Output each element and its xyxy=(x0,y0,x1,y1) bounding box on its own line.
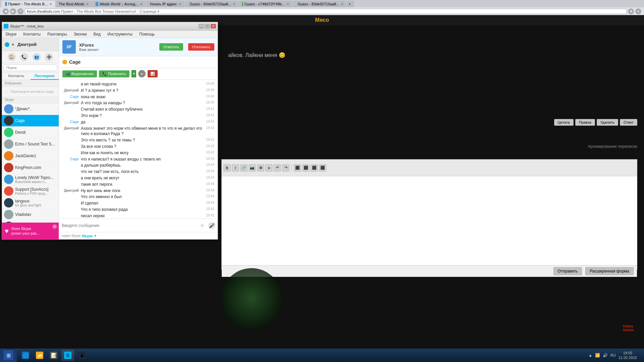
toolbar-align-left[interactable]: ⬛ xyxy=(294,164,301,172)
taskbar-steam[interactable]: ♟ xyxy=(75,350,88,361)
new-tab-btn[interactable]: + xyxy=(347,1,354,7)
taskbar-clock[interactable]: 19:55 11.02.2015 xyxy=(619,351,637,360)
refresh-btn[interactable]: ↺ xyxy=(17,8,23,14)
toolbar-align-center[interactable]: ⬛ xyxy=(302,164,310,172)
address-bar[interactable]: forum.theallods.com Привет - The Allods … xyxy=(25,9,627,14)
tab-3-close[interactable]: ✕ xyxy=(140,2,143,6)
back-btn[interactable]: ◀ xyxy=(3,8,9,14)
menu-conversations[interactable]: Разговоры xyxy=(46,31,69,37)
toolbar-btn-8[interactable]: ↷ xyxy=(282,164,289,172)
call-btn[interactable]: 📞 Позвонить xyxy=(99,70,129,77)
chart-btn[interactable]: 📊 xyxy=(148,70,158,77)
tab-recent[interactable]: Последние xyxy=(31,72,59,80)
contact-lonely[interactable]: Lonely (WoW Topro... Выкупаем ваших п... xyxy=(2,174,59,185)
toolbar-btn-6[interactable]: ≡ xyxy=(265,164,273,172)
erase-btn[interactable]: Удалить xyxy=(597,119,618,126)
taskbar-explorer[interactable]: 🌐 xyxy=(19,350,32,361)
contact-support[interactable]: Support [SunAccs] Работа с PSN прод... xyxy=(2,185,59,197)
search-input[interactable] xyxy=(3,64,57,71)
toolbar-align-right[interactable]: ⬛ xyxy=(311,164,318,172)
nav-addperson-icon[interactable]: ➕ xyxy=(45,53,53,61)
contact-kingpeon[interactable]: KingPeon.com xyxy=(2,162,59,174)
call-dropdown-btn[interactable]: ▼ xyxy=(131,70,136,77)
skype-contact-tabs: Контакты Последние xyxy=(2,72,59,80)
video-call-btn[interactable]: 📹 Видеозвонок xyxy=(62,70,97,77)
tab-6[interactable]: Gyazo - c748d72f749b... ✕ xyxy=(239,1,292,7)
bookmark-btn[interactable]: ★ xyxy=(628,8,634,14)
toolbar-btn-4[interactable]: 📷 xyxy=(249,164,256,172)
table-row: такие вот пироги. 19:44 xyxy=(62,182,214,187)
tab-5-close[interactable]: ✕ xyxy=(233,2,235,6)
msg-text-17: Что это именно я был xyxy=(81,194,203,200)
tab-2-close[interactable]: ✕ xyxy=(86,2,89,6)
toolbar-btn-3[interactable]: 🔗 xyxy=(240,164,248,172)
skype-close-btn[interactable]: ✕ xyxy=(211,24,216,28)
mic-btn[interactable]: 🎤 xyxy=(208,222,215,229)
msg-sender-13 xyxy=(62,169,81,169)
menu-calls[interactable]: Звонки xyxy=(72,31,89,37)
tab-5[interactable]: Gyazo - 83de55715aa8... ✕ xyxy=(185,1,238,7)
quote-btn[interactable]: Цитата xyxy=(554,119,574,126)
menu-view[interactable]: Вид xyxy=(92,31,103,37)
tab-active[interactable]: Привет - The Allods В... ✕ xyxy=(2,1,55,7)
user-status-arrow[interactable]: ▼ xyxy=(11,43,15,47)
forward-btn[interactable]: ▶ xyxy=(10,8,16,14)
extended-form-btn[interactable]: Расширенная форма xyxy=(585,267,634,275)
contact-vladislav[interactable]: Vladislav xyxy=(2,209,59,221)
settings-btn[interactable]: ≡ xyxy=(635,8,641,14)
skype-minimize-btn[interactable]: _ xyxy=(199,24,204,28)
menu-tools[interactable]: Инструменты xyxy=(106,31,134,37)
menu-skype[interactable]: Skype xyxy=(4,31,18,37)
menu-contacts[interactable]: Контакты xyxy=(21,31,42,37)
chat-input[interactable] xyxy=(62,223,198,228)
tab-contacts[interactable]: Контакты xyxy=(2,72,31,80)
tab-4[interactable]: Узнать IP адрес ✕ xyxy=(146,1,184,7)
archive-link[interactable]: Архивирование переписки xyxy=(588,144,637,149)
call-decline-btn[interactable]: Отклонить xyxy=(188,43,214,51)
contact-tangous[interactable]: tangous for glory and fight xyxy=(2,197,59,209)
nav-group-icon[interactable]: 👥 xyxy=(33,53,41,61)
answer-btn[interactable]: Ответ xyxy=(620,119,637,126)
toolbar-align-justify[interactable]: ⬛ xyxy=(319,164,326,172)
add-btn[interactable]: + xyxy=(138,70,146,77)
contact-name-cage: Cage xyxy=(15,118,57,123)
contact-jack[interactable]: JackDanie1 xyxy=(2,150,59,162)
call-answer-btn[interactable]: Ответить xyxy=(159,43,183,51)
sound-icon[interactable]: 🔊 xyxy=(603,353,608,358)
emoji-btn[interactable]: ☺ xyxy=(200,222,207,229)
tab-6-close[interactable]: ✕ xyxy=(286,2,289,6)
contact-dendi[interactable]: Dendi xyxy=(2,127,59,138)
contacts-group-label: Избранное xyxy=(2,80,59,87)
tab-7-close[interactable]: ✕ xyxy=(341,2,343,6)
toolbar-btn-5[interactable]: ⊞ xyxy=(257,164,264,172)
contact-echo[interactable]: Echo / Sound Test S... xyxy=(2,138,59,150)
edit-btn[interactable]: Правка xyxy=(575,119,595,126)
toolbar-btn-1[interactable]: B xyxy=(223,164,231,172)
msg-time-20: 19:45 xyxy=(203,213,214,217)
contact-cage[interactable]: Cage xyxy=(2,115,59,127)
contact-avatar-echo xyxy=(4,139,13,149)
network-icon[interactable]: 📶 xyxy=(595,353,600,358)
tray-arrow[interactable]: ▲ xyxy=(588,353,592,358)
via-skype-dropdown[interactable]: ▼ xyxy=(94,234,97,238)
tab-7[interactable]: Gyazo - 83de55715aa8... ✕ xyxy=(293,1,346,7)
taskbar-notepad[interactable]: 📝 xyxy=(47,350,60,361)
tab-4-close[interactable]: ✕ xyxy=(178,2,181,6)
skype-maximize-btn[interactable]: □ xyxy=(205,24,210,28)
tab-3[interactable]: Allods World :: Аллод... ✕ xyxy=(92,1,146,7)
taskbar-skype[interactable]: S xyxy=(61,350,74,361)
tab-2[interactable]: The Best Allods ✕ xyxy=(55,1,92,7)
editor-content[interactable] xyxy=(222,176,637,265)
toolbar-btn-7[interactable]: ↶ xyxy=(274,164,281,172)
toolbar-btn-2[interactable]: I xyxy=(232,164,239,172)
contact-info-tangous: tangous for glory and fight xyxy=(15,199,57,207)
taskbar-files[interactable]: 📁 xyxy=(33,350,46,361)
tab-close-btn[interactable]: ✕ xyxy=(49,2,52,6)
nav-home-icon[interactable]: 🏠 xyxy=(8,53,16,61)
menu-help[interactable]: Помощь xyxy=(138,31,156,37)
contact-denis[interactable]: *Денис*. xyxy=(2,103,59,115)
send-button[interactable]: Отправить xyxy=(553,267,582,275)
nav-call-icon[interactable]: 📞 xyxy=(20,53,28,61)
start-button[interactable]: ⊞ xyxy=(0,349,17,362)
promo-close-btn[interactable]: ✕ xyxy=(52,224,57,229)
